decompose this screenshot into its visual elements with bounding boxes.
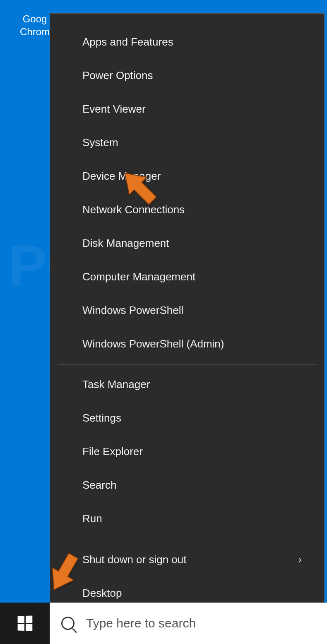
menu-item-shutdown[interactable]: Shut down or sign out › (50, 543, 324, 576)
menu-item-powershell[interactable]: Windows PowerShell (50, 294, 324, 327)
desktop-icon-label-2: Chrom (20, 26, 50, 37)
menu-item-network-connections[interactable]: Network Connections (50, 193, 324, 227)
menu-item-system[interactable]: System (50, 126, 324, 159)
start-button[interactable] (0, 603, 50, 644)
menu-item-power-options[interactable]: Power Options (50, 59, 324, 92)
desktop-icon-chrome[interactable]: Goog Chrom (20, 12, 50, 38)
menu-item-apps-features[interactable]: Apps and Features (50, 25, 324, 59)
search-icon (61, 617, 75, 630)
menu-item-powershell-admin[interactable]: Windows PowerShell (Admin) (50, 327, 324, 361)
menu-item-settings[interactable]: Settings (50, 401, 324, 435)
windows-logo-icon (18, 616, 33, 631)
menu-item-search[interactable]: Search (50, 468, 324, 502)
desktop-icon-label-1: Goog (23, 13, 47, 24)
menu-item-file-explorer[interactable]: File Explorer (50, 435, 324, 468)
chevron-right-icon: › (298, 553, 308, 566)
taskbar-search[interactable]: Type here to search (50, 603, 327, 644)
winx-context-menu: Apps and Features Power Options Event Vi… (50, 13, 325, 622)
taskbar: Type here to search (0, 603, 327, 644)
menu-item-task-manager[interactable]: Task Manager (50, 368, 324, 401)
search-placeholder: Type here to search (86, 616, 196, 630)
menu-item-device-manager[interactable]: Device Manager (50, 159, 324, 193)
menu-item-disk-management[interactable]: Disk Management (50, 227, 324, 260)
menu-separator (58, 364, 317, 364)
menu-separator (58, 539, 317, 539)
menu-item-run[interactable]: Run (50, 502, 324, 535)
menu-item-computer-management[interactable]: Computer Management (50, 260, 324, 294)
menu-item-event-viewer[interactable]: Event Viewer (50, 92, 324, 126)
